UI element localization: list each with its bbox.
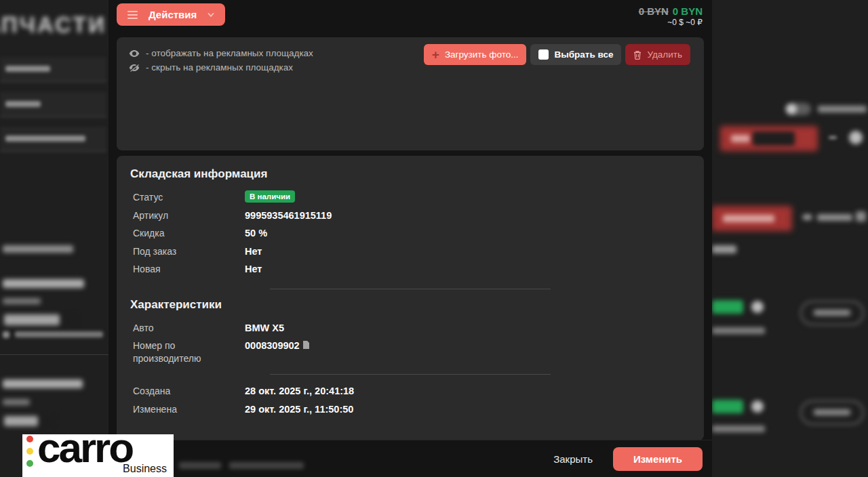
background-checkbox <box>3 331 9 338</box>
background-icon-circle <box>751 301 764 313</box>
discount-value: 50 % <box>245 226 690 240</box>
actions-button[interactable]: Действия <box>117 3 225 26</box>
background-divider <box>0 354 108 355</box>
logo-suffix: Business <box>123 463 167 475</box>
background-eye-label <box>817 214 852 221</box>
background-text <box>712 327 765 334</box>
created-row: Создана 28 окт. 2025 г., 20:41:18 <box>133 383 690 402</box>
photos-panel: - отображать на рекламных площадках - ск… <box>117 37 704 150</box>
price-approx: ~0 $ ~0 ₽ <box>639 17 703 28</box>
select-all-checkbox[interactable] <box>538 49 549 60</box>
chevron-down-icon <box>208 12 214 18</box>
background-input <box>0 92 106 117</box>
modified-row: Изменена 29 окт. 2025 г., 11:50:50 <box>133 402 690 420</box>
background-card-title <box>3 279 84 288</box>
sku-label: Артикул <box>133 208 245 222</box>
discount-row: Скидка 50 % <box>133 226 690 244</box>
background-checkbox-label <box>15 331 103 337</box>
part-details-modal: Действия 0 BYN0 BYN ~0 $ ~0 ₽ - отобража… <box>108 0 712 477</box>
select-all-label: Выбрать все <box>554 49 613 60</box>
background-label <box>3 245 73 253</box>
background-footer-text <box>179 462 221 469</box>
actions-button-label: Действия <box>149 9 197 20</box>
background-toggle-label <box>818 106 867 112</box>
select-all-button[interactable]: Выбрать все <box>530 44 621 65</box>
trash-icon <box>633 50 642 60</box>
upload-photo-button[interactable]: + Загрузить фото... <box>424 44 527 65</box>
background-status-badge <box>712 400 743 413</box>
modal-footer: Закрыть Изменить <box>108 440 712 477</box>
plus-icon: + <box>432 48 439 61</box>
legend-show-text: - отображать на рекламных площадках <box>146 48 313 58</box>
modal-toolbar: Действия 0 BYN0 BYN ~0 $ ~0 ₽ <box>108 0 712 34</box>
background-page-title: ЗАПЧАСТИ <box>0 12 106 38</box>
status-label: Статус <box>133 190 245 204</box>
stock-section-title: Складская информация <box>130 167 690 181</box>
preorder-row: Под заказ Нет <box>133 244 690 262</box>
background-card-chip <box>65 314 77 326</box>
delete-button[interactable]: Удалить <box>625 44 690 65</box>
background-red-button-label <box>723 215 774 222</box>
created-value: 28 окт. 2025 г., 20:41:18 <box>245 383 690 398</box>
photo-actions: + Загрузить фото... Выбрать все Удалить <box>424 44 690 65</box>
background-dash <box>829 136 837 139</box>
specs-section-title: Характеристики <box>130 298 690 312</box>
edit-button[interactable]: Изменить <box>613 447 703 471</box>
background-eye-icon <box>802 214 812 220</box>
info-panel: Складская информация Статус В наличии Ар… <box>117 156 704 440</box>
section-divider <box>270 374 551 375</box>
background-icon-circle <box>751 400 764 413</box>
background-input <box>0 57 106 82</box>
delete-label: Удалить <box>647 49 682 60</box>
new-value: Нет <box>245 262 690 276</box>
background-footer-text <box>229 462 304 469</box>
background-text <box>712 426 765 432</box>
background-card-value <box>4 416 38 426</box>
background-label <box>712 245 736 253</box>
car-row: Авто BMW X5 <box>133 320 690 339</box>
copy-icon[interactable] <box>302 340 310 350</box>
background-outline-button-label <box>814 310 850 316</box>
background-red-button-chip <box>753 131 795 146</box>
background-status-badge <box>712 300 743 314</box>
background-card-subtitle <box>3 399 30 405</box>
logo-brand: carro <box>37 434 132 472</box>
background-small-box <box>856 211 866 222</box>
background-card-chip <box>43 416 54 427</box>
stock-rows: Статус В наличии Артикул 999593546191511… <box>133 190 690 280</box>
section-divider <box>270 289 551 289</box>
mpn-row: Номер по производителю 0008309902 <box>133 338 690 365</box>
price-old: 0 BYN <box>639 5 669 17</box>
car-label: Авто <box>133 320 245 335</box>
created-label: Создана <box>133 383 245 398</box>
preorder-label: Под заказ <box>133 244 245 258</box>
modified-label: Изменена <box>133 402 245 416</box>
background-card-title <box>3 379 83 388</box>
background-outline-button-label <box>814 409 850 415</box>
menu-icon <box>127 11 138 19</box>
modified-value: 29 окт. 2025 г., 11:50:50 <box>245 402 690 416</box>
sku-row: Артикул 9995935461915119 <box>133 208 690 226</box>
status-badge: В наличии <box>245 190 295 203</box>
traffic-light-icon <box>26 436 33 467</box>
price-new: 0 BYN <box>673 5 703 17</box>
sku-value: 9995935461915119 <box>245 208 690 222</box>
preorder-value: Нет <box>245 244 690 258</box>
car-value: BMW X5 <box>245 320 690 335</box>
background-card-subtitle <box>3 298 41 304</box>
background-card-value <box>4 314 60 325</box>
specs-rows: Авто BMW X5 Номер по производителю 00083… <box>133 320 690 366</box>
close-button[interactable]: Закрыть <box>553 453 593 465</box>
upload-photo-label: Загрузить фото... <box>445 49 519 60</box>
price-summary: 0 BYN0 BYN ~0 $ ~0 ₽ <box>639 3 703 28</box>
discount-label: Скидка <box>133 226 245 240</box>
background-input <box>0 127 106 152</box>
new-label: Новая <box>133 262 245 276</box>
status-row: Статус В наличии <box>133 190 690 208</box>
background-icon-circle <box>849 131 863 144</box>
legend-hide-text: - скрыть на рекламных площадках <box>146 62 293 72</box>
mpn-value: 0008309902 <box>245 340 300 351</box>
background-red-button-label <box>731 135 750 142</box>
mpn-label: Номер по производителю <box>133 338 245 365</box>
background-toggle <box>785 103 811 115</box>
